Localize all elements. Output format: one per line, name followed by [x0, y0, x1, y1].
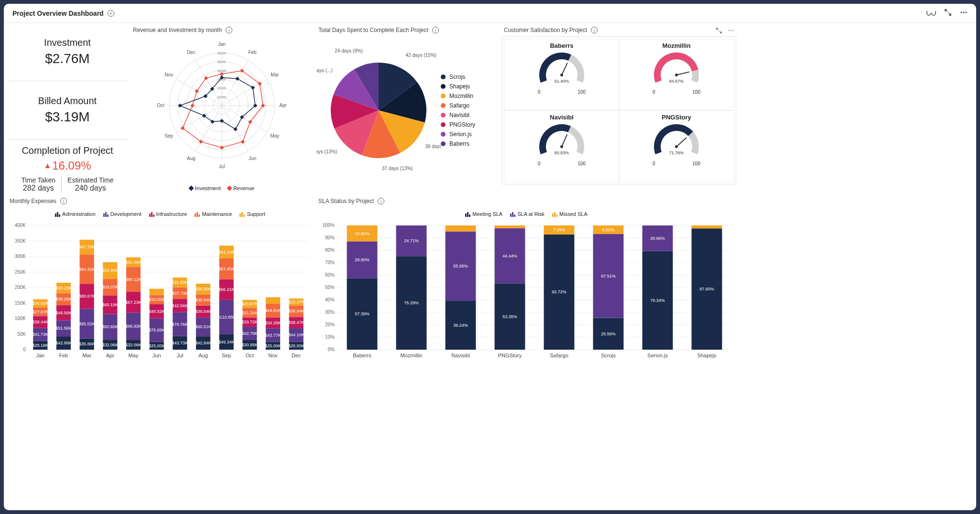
legend-item[interactable]: Missed SLA: [552, 211, 588, 217]
svg-text:75.29%: 75.29%: [404, 300, 419, 305]
svg-point-81: [560, 145, 563, 148]
svg-text:Jan: Jan: [36, 353, 44, 358]
svg-point-75: [560, 74, 563, 76]
legend-item[interactable]: Serion.js: [441, 131, 475, 138]
svg-text:84.67%: 84.67%: [669, 79, 684, 84]
info-icon[interactable]: i: [591, 27, 598, 33]
svg-text:Jun: Jun: [152, 353, 161, 358]
svg-line-83: [676, 138, 686, 147]
svg-text:$25.67K: $25.67K: [242, 301, 258, 306]
svg-text:$42.84K: $42.84K: [195, 341, 211, 345]
svg-rect-167: [150, 289, 164, 295]
legend-item[interactable]: SLA at Risk: [510, 211, 544, 217]
legend-item[interactable]: Mozmillin: [441, 93, 475, 99]
svg-text:Jul: Jul: [176, 353, 183, 358]
legend-item[interactable]: Infrastructure: [149, 211, 187, 217]
svg-text:$48.56K: $48.56K: [55, 311, 72, 315]
gauge-name: Baberrs: [550, 42, 573, 49]
svg-text:Dec: Dec: [292, 353, 301, 358]
svg-text:61.40%: 61.40%: [555, 79, 569, 84]
svg-text:150K: 150K: [15, 300, 26, 306]
legend-item[interactable]: Development: [103, 211, 142, 217]
svg-text:100%: 100%: [322, 223, 335, 228]
legend-item[interactable]: Scrojs: [441, 74, 475, 80]
expand-icon[interactable]: [945, 9, 951, 18]
svg-text:$67.23K: $67.23K: [125, 300, 142, 305]
svg-text:$25.00K: $25.00K: [288, 343, 305, 348]
sla-panel: SLA Status by Projecti Meeting SLASLA at…: [316, 198, 736, 384]
gauge-panel: Customer Satisfaction by Projecti Baberr…: [502, 27, 736, 194]
svg-text:$30.85K: $30.85K: [242, 343, 258, 347]
svg-text:38 days (...): 38 days (...): [425, 144, 441, 149]
svg-text:$60.19K: $60.19K: [102, 302, 119, 307]
svg-text:$75.65K: $75.65K: [149, 328, 165, 332]
svg-text:97.60%: 97.60%: [699, 287, 714, 291]
radar-title: Revenue and Investment by month: [133, 27, 222, 33]
svg-text:$31.53K: $31.53K: [172, 280, 188, 285]
svg-text:$53.90K: $53.90K: [102, 268, 119, 273]
svg-text:$42.56K: $42.56K: [172, 303, 188, 308]
investment-value: $2.76M: [45, 51, 89, 66]
info-icon[interactable]: i: [60, 198, 67, 204]
time-taken-label: Time Taken: [21, 176, 55, 184]
svg-text:24 days (9%): 24 days (9%): [335, 48, 363, 54]
svg-point-73: [732, 30, 733, 31]
expenses-chart: 050K100K150K200K250K300K350K400K$28.18K$…: [8, 221, 313, 364]
info-icon[interactable]: i: [378, 198, 384, 204]
svg-text:37 days (13%): 37 days (13%): [316, 149, 337, 154]
more-icon[interactable]: [728, 27, 734, 35]
more-icon[interactable]: [960, 9, 968, 18]
svg-line-74: [562, 63, 567, 75]
svg-text:$38.44K: $38.44K: [33, 320, 49, 324]
legend-item[interactable]: Meeting SLA: [465, 211, 502, 217]
svg-text:60%: 60%: [325, 272, 335, 278]
svg-text:$35.59K: $35.59K: [195, 287, 211, 292]
svg-text:$43.73K: $43.73K: [172, 341, 188, 345]
svg-rect-62: [178, 104, 182, 107]
info-icon[interactable]: i: [226, 27, 232, 33]
info-icon[interactable]: i: [432, 27, 439, 33]
svg-rect-54: [235, 77, 239, 81]
svg-text:50%: 50%: [325, 285, 335, 290]
svg-text:80%: 80%: [325, 247, 335, 253]
svg-rect-221: [266, 297, 280, 304]
svg-text:200K: 200K: [15, 285, 26, 290]
svg-rect-49: [190, 104, 194, 107]
svg-text:$35.04K: $35.04K: [195, 298, 211, 302]
svg-text:57.39%: 57.39%: [355, 311, 370, 316]
legend-item[interactable]: Support: [240, 211, 265, 217]
legend-item[interactable]: Shapejs: [441, 83, 475, 90]
svg-text:250K: 250K: [15, 269, 26, 275]
radar-chart: 100K200K300K400K500K600KJanFebMarAprMayJ…: [131, 36, 313, 184]
legend-item[interactable]: Baberrs: [441, 140, 475, 147]
radar-legend: Investment Revenue: [131, 185, 313, 191]
expand-icon[interactable]: [716, 27, 722, 35]
completion-delta: 16.09%: [44, 159, 91, 172]
gauge-cell: Mozmillin 84.67% 0100: [619, 39, 734, 110]
svg-text:300K: 300K: [15, 254, 26, 259]
svg-text:20%: 20%: [325, 322, 335, 327]
info-icon[interactable]: i: [108, 10, 114, 17]
svg-text:$66.21K: $66.21K: [218, 287, 235, 292]
svg-text:Navisibl: Navisibl: [451, 353, 470, 358]
svg-text:$42.79K: $42.79K: [242, 331, 258, 336]
svg-text:0: 0: [23, 347, 26, 352]
svg-point-1: [963, 11, 965, 13]
legend-item[interactable]: Maintenance: [195, 211, 232, 217]
billed-value: $3.19M: [45, 109, 89, 125]
svg-text:20.66%: 20.66%: [650, 236, 665, 241]
svg-text:$43.77K: $43.77K: [265, 333, 281, 338]
legend-item[interactable]: Administration: [55, 211, 96, 217]
svg-rect-278: [495, 225, 525, 228]
legend-item[interactable]: PNGStory: [441, 121, 475, 128]
svg-text:Feb: Feb: [248, 50, 257, 55]
glasses-icon[interactable]: [926, 9, 936, 18]
svg-text:$34.28K: $34.28K: [265, 321, 281, 325]
svg-text:$36.47K: $36.47K: [288, 320, 305, 325]
svg-text:39.24%: 39.24%: [453, 323, 468, 328]
legend-item[interactable]: Navisibl: [441, 112, 475, 118]
svg-text:$32.06K: $32.06K: [102, 343, 119, 347]
gauge-cell: Navisibl 60.83% 0100: [504, 110, 619, 182]
svg-text:$30.00K: $30.00K: [149, 297, 165, 302]
legend-item[interactable]: Safargo: [441, 102, 475, 109]
